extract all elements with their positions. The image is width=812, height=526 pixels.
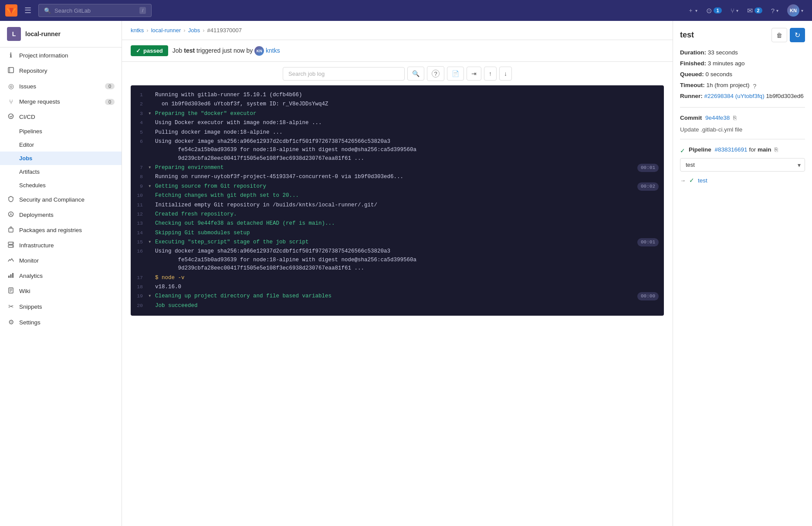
log-line-7[interactable]: 7 ▾ Preparing environment 00:01 — [131, 163, 664, 172]
breadcrumb-kntks[interactable]: kntks — [131, 27, 144, 34]
log-scroll-bottom-button[interactable]: ↓ — [499, 67, 512, 81]
sidebar-label-deployments: Deployments — [19, 212, 54, 218]
runner-link[interactable]: #22698384 (uYtobf3fq) — [704, 93, 765, 99]
copy-pipeline-button[interactable]: ⎘ — [773, 145, 780, 154]
queued-row: Queued: 0 seconds — [680, 71, 805, 79]
mr-button[interactable]: ⑂ ▾ — [727, 4, 742, 17]
time-badge: 00:01 — [637, 164, 659, 172]
log-line-5: 5 Pulling docker image node:18-alpine ..… — [131, 128, 664, 137]
help-button[interactable]: ? ▾ — [768, 4, 782, 17]
user-link[interactable]: kntks — [266, 47, 280, 54]
sidebar-label-cicd: CI/CD — [19, 114, 35, 120]
log-raw-button[interactable]: 📄 — [447, 67, 464, 81]
time-badge: 00:01 — [637, 238, 659, 246]
plus-icon: ＋ — [688, 7, 694, 14]
sidebar-item-merge-requests[interactable]: ⑂ Merge requests 0 — [0, 94, 122, 109]
sidebar-sub-jobs[interactable]: Jobs — [0, 152, 122, 165]
create-button[interactable]: ＋ ▾ — [684, 4, 701, 17]
sidebar-item-infrastructure[interactable]: Infrastructure — [0, 238, 122, 253]
stage-select[interactable]: test — [680, 158, 805, 172]
sidebar-item-analytics[interactable]: Analytics — [0, 268, 122, 283]
line-text: Using Docker executor with image node:18… — [155, 119, 659, 127]
analytics-icon — [7, 272, 15, 280]
time-badge: 00:00 — [637, 292, 659, 300]
sidebar-label-security: Security and Compliance — [19, 196, 85, 203]
security-icon — [7, 196, 15, 203]
line-number: 6 — [136, 138, 148, 145]
line-text: Job succeeded — [155, 302, 659, 310]
gitlab-logo[interactable] — [5, 4, 17, 17]
line-text: Created fresh repository. — [155, 210, 659, 219]
sidebar-label-merge-requests: Merge requests — [19, 98, 60, 105]
log-line-2: 2 on 1b9f0d303ed6 uYtobf3f, system ID: r… — [131, 100, 664, 109]
sidebar-sub-pipelines[interactable]: Pipelines — [0, 125, 122, 138]
sidebar-item-snippets[interactable]: ✂ Snippets — [0, 299, 122, 314]
sidebar-item-security[interactable]: Security and Compliance — [0, 192, 122, 207]
sidebar-item-repository[interactable]: Repository — [0, 63, 122, 78]
sidebar-item-project-information[interactable]: ℹ Project information — [0, 47, 122, 63]
merge-request-icon: ⑂ — [731, 7, 734, 14]
duration-label: Duration: 33 seconds — [680, 49, 738, 56]
search-input[interactable] — [54, 7, 133, 14]
log-line-15[interactable]: 15 ▾ Executing "step_script" stage of th… — [131, 238, 664, 247]
commit-hash-link[interactable]: 9e44fe38 — [705, 115, 730, 121]
user-menu-button[interactable]: KN ▾ — [784, 2, 807, 19]
sidebar-item-packages[interactable]: Packages and registries — [0, 223, 122, 238]
sidebar-sub-schedules[interactable]: Schedules — [0, 179, 122, 192]
collapse-toggle-icon[interactable]: ▾ — [148, 292, 155, 300]
job-status-badge: ✓ passed — [131, 45, 168, 56]
line-number: 12 — [136, 210, 148, 218]
help-icon: ? — [432, 70, 440, 78]
log-search-input[interactable] — [283, 67, 405, 81]
sidebar-item-deployments[interactable]: Deployments — [0, 207, 122, 223]
log-scroll-right-button[interactable]: ⇥ — [467, 67, 481, 81]
sidebar-sub-editor[interactable]: Editor — [0, 138, 122, 152]
log-help-button[interactable]: ? — [427, 66, 444, 81]
delete-button[interactable]: 🗑 — [771, 28, 787, 42]
sidebar-sub-artifacts[interactable]: Artifacts — [0, 165, 122, 179]
collapse-toggle-icon[interactable]: ▾ — [148, 164, 155, 172]
retry-button[interactable]: ↻ — [790, 28, 805, 42]
monitor-icon — [7, 257, 15, 264]
sidebar-label-project-information: Project information — [19, 52, 68, 59]
issues-button[interactable]: ✉ 2 — [744, 4, 766, 17]
collapse-toggle-icon[interactable]: ▾ — [148, 182, 155, 191]
sidebar-item-cicd[interactable]: CI/CD — [0, 109, 122, 125]
user-avatar-small: KN — [254, 46, 264, 56]
global-search[interactable]: 🔍 / — [38, 4, 152, 17]
timeout-help-icon[interactable]: ? — [753, 83, 757, 90]
duration-row: Duration: 33 seconds — [680, 49, 805, 57]
collapse-toggle-icon[interactable]: ▾ — [148, 110, 155, 118]
breadcrumb-jobs[interactable]: Jobs — [188, 27, 200, 34]
copy-commit-button[interactable]: ⎘ — [731, 114, 738, 122]
job-log-container: 🔍 ? 📄 ⇥ ↑ ↓ — [122, 62, 673, 324]
job-link[interactable]: test — [698, 177, 707, 184]
right-panel-actions: 🗑 ↻ — [771, 28, 805, 42]
log-line-9[interactable]: 9 ▾ Getting source from Git repository 0… — [131, 182, 664, 191]
issues-sidebar-icon: ◎ — [7, 82, 15, 90]
svg-rect-9 — [8, 276, 10, 278]
pipeline-link[interactable]: #838316691 — [715, 146, 748, 153]
log-scroll-top-button[interactable]: ↑ — [484, 67, 497, 81]
todo-icon: ⊙ — [706, 7, 712, 15]
line-number: 11 — [136, 201, 148, 209]
breadcrumb-local-runner[interactable]: local-runner — [151, 27, 181, 34]
sidebar-item-issues[interactable]: ◎ Issues 0 — [0, 78, 122, 94]
log-line-17: 17 $ node -v — [131, 273, 664, 283]
trash-icon: 🗑 — [776, 32, 782, 39]
log-search-button[interactable]: 🔍 — [407, 67, 424, 81]
todo-button[interactable]: ⊙ 1 — [703, 4, 725, 17]
line-text: Pulling docker image node:18-alpine ... — [155, 128, 659, 137]
sidebar-item-settings[interactable]: ⚙ Settings — [0, 314, 122, 330]
sidebar-item-monitor[interactable]: Monitor — [0, 253, 122, 268]
sidebar-item-wiki[interactable]: Wiki — [0, 283, 122, 299]
line-number: 15 — [136, 238, 148, 246]
log-line-19[interactable]: 19 ▾ Cleaning up project directory and f… — [131, 292, 664, 301]
line-number: 7 — [136, 164, 148, 172]
line-text: Using docker image sha256:a966e12937d2cd… — [155, 247, 659, 273]
hamburger-menu[interactable]: ☰ — [21, 4, 35, 17]
collapse-toggle-icon[interactable]: ▾ — [148, 238, 155, 246]
log-line-3[interactable]: 3 ▾ Preparing the "docker" executor — [131, 109, 664, 118]
breadcrumb-current: #4119370007 — [207, 27, 242, 34]
right-panel: test 🗑 ↻ Duration: 33 seconds Finished: … — [673, 21, 812, 526]
